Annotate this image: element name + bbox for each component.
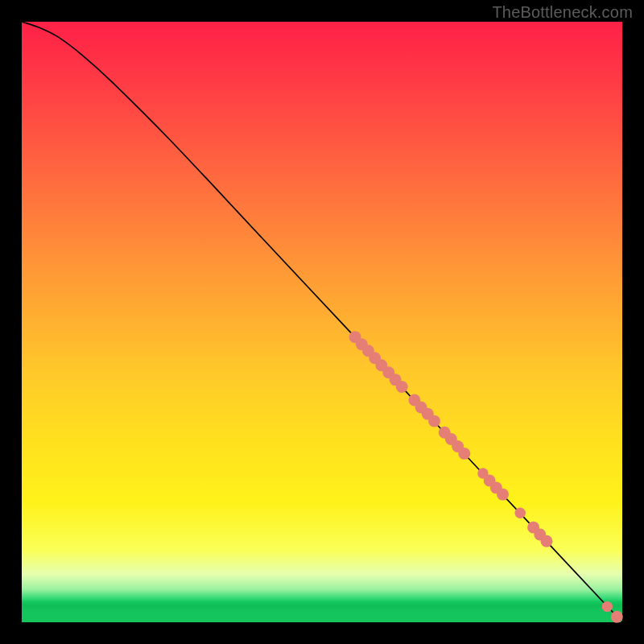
- data-dot: [514, 508, 525, 518]
- data-dot: [396, 381, 408, 393]
- curve-layer: [22, 22, 622, 622]
- data-dot: [602, 601, 613, 612]
- data-dot: [541, 535, 553, 547]
- data-dot: [458, 448, 470, 460]
- data-dot: [611, 611, 623, 623]
- data-dot: [497, 489, 509, 501]
- data-dot: [428, 415, 440, 427]
- plot-area: [22, 22, 622, 622]
- attribution-text: TheBottleneck.com: [492, 3, 633, 22]
- chart-frame: TheBottleneck.com: [0, 0, 644, 644]
